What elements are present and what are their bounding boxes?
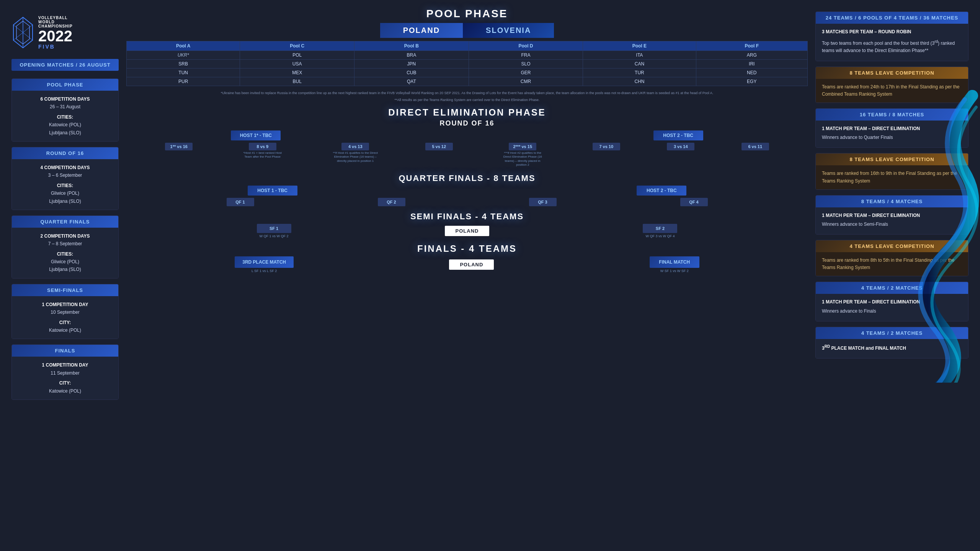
pool-cell: MEX [240,68,354,77]
qf-hosts-row: HOST 1 - TBC HOST 2 - TBC [126,186,808,196]
sf2: SF 2 [643,224,677,233]
qf2: QF 2 [378,198,405,206]
pool-info-body: 3 MATCHES PER TEAM – ROUND ROBIN Top two… [816,24,968,61]
match-note-1: *Host #1 = best ranked Host Team after t… [240,151,286,159]
match-5vs12: 5 vs 12 [425,143,453,150]
match-3vs14: 3 vs 14 [667,143,694,150]
host1-tbc: HOST 1* - TBC [231,130,281,140]
pool-cell: ITA [583,51,696,60]
third-place-match: 3RD PLACE MATCH [235,256,294,268]
finals-info-body: 3RD PLACE MATCH and FINAL MATCH [816,339,968,358]
leave3-card: 4 TEAMS LEAVE COMPETITION Teams are rank… [815,240,969,276]
match-group-8: 6 vs 11 [742,143,769,150]
leave1-card: 8 TEAMS LEAVE COMPETITION Teams are rank… [815,67,969,103]
pool-cell: BUL [240,77,354,86]
third-place-sublabel: L SF 1 vs L SF 2 [252,269,277,273]
match-6vs11: 6 vs 11 [742,143,769,150]
pool-phase-header: POOL PHASE [12,79,118,91]
qf-info-body: 1 MATCH PER TEAM – DIRECT ELIMINATION Wi… [816,207,968,234]
center-column: POOL PHASE POLAND SLOVENIA Pool A Pool C… [122,8,812,543]
qf-matches-row: QF 1 QF 2 QF 3 QF 4 [126,198,808,206]
match-group-5: 2*** vs 15 ***If Host #2 qualifies to th… [500,143,546,167]
sf-title: SEMI FINALS - 4 TEAMS [126,212,808,222]
pool-cell: PUR [127,77,240,86]
leave3-body: Teams are ranked from 8th to 5th in the … [816,252,968,276]
pool-header-d: Pool D [469,41,583,51]
finals-poland: POLAND [449,259,494,270]
host2-tbc: HOST 2 - TBC [653,130,703,140]
year-label: 2022 [38,28,73,44]
leave1-body: Teams are ranked from 24th to 17th in th… [816,79,968,103]
pool-row-4: PUR BUL QAT CMR CHN EGY [127,77,808,86]
quarter-finals-header: QUARTER FINALS [12,216,118,228]
match-note-2: **If Host #1 qualifies to the Direct Eli… [332,151,378,163]
pool-info-header: 24 TEAMS / 6 POOLS OF 4 TEAMS / 36 MATCH… [816,12,968,24]
qf-host2: HOST 2 - TBC [637,186,686,196]
sf-info-body: 1 MATCH PER TEAM – DIRECT ELIMINATION Wi… [816,294,968,321]
leave3-header: 4 TEAMS LEAVE COMPETITION [816,240,968,252]
r16-matches-row: 1** vs 16 8 vs 9 *Host #1 = best ranked … [126,143,808,167]
final-match-sublabel: W SF 1 vs W SF 2 [660,269,689,273]
final-match: FINAL MATCH [650,256,699,268]
finals-info-header: 4 TEAMS / 2 MATCHES [816,327,968,339]
finals-header: FINALS [12,345,118,357]
world-label: WORLD [38,20,73,24]
qf3: QF 3 [529,198,557,206]
sf2-sublabel: W QF 3 vs W QF 4 [645,234,675,238]
match-note-3: ***If Host #2 qualifies to the Direct El… [500,151,546,167]
pool-cell: TUN [127,68,240,77]
slovenia-host-badge: SLOVENIA [463,23,554,38]
pool-header-c: Pool C [240,41,354,51]
r16-title: ROUND OF 16 [126,119,808,127]
match-group-6: 7 vs 10 [593,143,620,150]
match-2vs15: 2*** vs 15 [509,143,536,150]
pool-info-card: 24 TEAMS / 6 POOLS OF 4 TEAMS / 36 MATCH… [815,11,969,61]
pool-header-e: Pool E [583,41,696,51]
semi-finals-body: 1 COMPETITION DAY 10 September CITY: Kat… [12,296,118,339]
pool-cell: JPN [354,60,469,68]
pool-cell: ARG [696,51,808,60]
de-title: DIRECT ELIMINATION PHASE [126,107,808,118]
final-match-group: FINAL MATCH W SF 1 vs W SF 2 [650,256,699,273]
qf4: QF 4 [680,198,708,206]
qf-info-card: 8 TEAMS / 4 MATCHES 1 MATCH PER TEAM – D… [815,195,969,235]
pool-cell: UKR* [127,51,240,60]
sf2-group: SF 2 W QF 3 vs W QF 4 [643,224,677,238]
pool-note-2: **All results as per the Teams Ranking S… [126,98,808,103]
leave2-header: 8 TEAMS LEAVE COMPETITION [816,153,968,165]
pool-cell: FRA [469,51,583,60]
r16-info-header: 16 TEAMS / 8 MATCHES [816,109,968,121]
volleyball-label: VOLLEYBALL [38,16,73,20]
opening-banner: OPENING MATCHES / 26 AUGUST [11,59,119,71]
round-of-16-header: ROUND OF 16 [12,147,118,159]
leave2-body: Teams are ranked from 16th to 9th in the… [816,165,968,189]
poland-host-badge: POLAND [380,23,463,38]
sf1: SF 1 [257,224,291,233]
pool-cell: IRI [696,60,808,68]
match-8vs9: 8 vs 9 [249,143,276,150]
pool-cell: POL [240,51,354,60]
quarter-finals-body: 2 COMPETITION DAYS 7 – 8 September CITIE… [12,228,118,278]
pool-note-1: *Ukraine has been invited to replace Rus… [126,91,808,96]
match-group-4: 5 vs 12 [425,143,453,150]
pool-row-2: SRB USA JPN SLO CAN IRI [127,60,808,68]
pool-phase-card: POOL PHASE 6 COMPETITION DAYS 26 – 31 Au… [11,78,119,142]
left-column: VOLLEYBALL WORLD CHAMPIONSHIP 2022 FIVB … [8,8,122,543]
right-column: 24 TEAMS / 6 POOLS OF 4 TEAMS / 36 MATCH… [812,8,972,543]
pool-cell: NED [696,68,808,77]
qf-info-header: 8 TEAMS / 4 MATCHES [816,196,968,207]
pool-phase-body: 6 COMPETITION DAYS 26 – 31 August CITIES… [12,91,118,141]
pool-header-f: Pool F [696,41,808,51]
leave1-header: 8 TEAMS LEAVE COMPETITION [816,67,968,79]
sf-poland: POLAND [445,226,490,236]
pool-cell: TUR [583,68,696,77]
pool-table: Pool A Pool C Pool B Pool D Pool E Pool … [126,41,808,86]
pool-cell: BRA [354,51,469,60]
finals-matches-row: 3RD PLACE MATCH L SF 1 vs L SF 2 POLAND … [126,256,808,273]
semi-finals-card: SEMI-FINALS 1 COMPETITION DAY 10 Septemb… [11,284,119,339]
pool-cell: GER [469,68,583,77]
pool-cell: CAN [583,60,696,68]
round-of-16-card: ROUND OF 16 4 COMPETITION DAYS 3 – 6 Sep… [11,147,119,210]
logo-area: VOLLEYBALL WORLD CHAMPIONSHIP 2022 FIVB [11,11,119,54]
match-1vs16: 1** vs 16 [165,143,193,150]
